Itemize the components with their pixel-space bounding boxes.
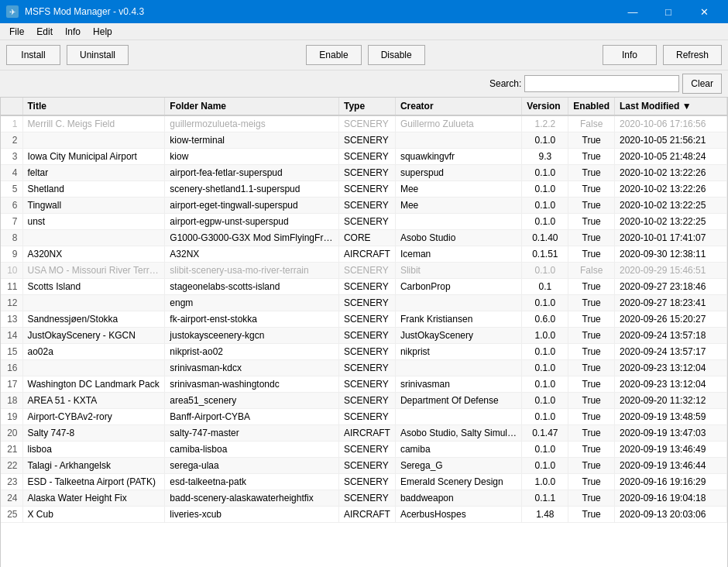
table-cell: 1.2.2 xyxy=(522,115,568,132)
table-cell: 0.1.0 xyxy=(522,295,568,311)
table-cell: srinivasman-washingtondc xyxy=(165,376,339,393)
table-row[interactable]: 17Washington DC Landmark Packsrinivasman… xyxy=(1,376,727,393)
table-cell: 0.1.0 xyxy=(522,263,568,279)
table-row[interactable]: 13Sandnessjøen/Stokkafk-airport-enst-sto… xyxy=(1,311,727,328)
table-cell: True xyxy=(568,328,615,344)
table-cell: Tingwall xyxy=(22,198,165,214)
table-cell: Asobo Studio xyxy=(395,230,521,246)
table-cell: Sandnessjøen/Stokka xyxy=(22,311,165,328)
table-cell: Talagi - Arkhangelsk xyxy=(22,458,165,474)
table-cell xyxy=(22,230,165,246)
table-row[interactable]: 1Merrill C. Meigs Fieldguillermozulueta-… xyxy=(1,115,727,132)
menu-info[interactable]: Info xyxy=(59,25,87,39)
table-row[interactable]: 23ESD - Talkeetna Airport (PATK)esd-talk… xyxy=(1,474,727,490)
table-cell: feltar xyxy=(22,165,165,181)
table-cell: 0.1.40 xyxy=(522,230,568,246)
col-header-num xyxy=(1,98,22,115)
table-row[interactable]: 2kiow-terminalSCENERY0.1.0True2020-10-05… xyxy=(1,132,727,149)
table-cell: A32NX xyxy=(165,246,339,263)
table-row[interactable]: 11Scotts Islandstageonelabs-scotts-islan… xyxy=(1,279,727,295)
menu-bar: File Edit Info Help xyxy=(0,23,728,40)
table-cell: esd-talkeetna-patk xyxy=(165,474,339,490)
table-cell: True xyxy=(568,165,615,181)
table-cell: srinivasman-kdcx xyxy=(165,360,339,376)
menu-file[interactable]: File xyxy=(3,25,30,39)
table-cell: 2020-09-16 19:04:18 xyxy=(615,490,727,507)
table-cell: 2020-10-02 13:22:25 xyxy=(615,198,727,214)
table-row[interactable]: 9A320NXA32NXAIRCRAFTIceman0.1.51True2020… xyxy=(1,246,727,263)
table-row[interactable]: 4feltarairport-fea-fetlar-superspudSCENE… xyxy=(1,165,727,181)
table-row[interactable]: 14JustOkayScenery - KGCNjustokaysceenery… xyxy=(1,328,727,344)
clear-button[interactable]: Clear xyxy=(682,74,722,94)
info-button[interactable]: Info xyxy=(603,45,657,65)
table-cell: 2020-09-16 19:16:29 xyxy=(615,474,727,490)
table-row[interactable]: 6Tingwallairport-eget-tingwall-superspud… xyxy=(1,198,727,214)
table-row[interactable]: 21lisboacamiba-lisboaSCENERYcamiba0.1.0T… xyxy=(1,442,727,458)
install-button[interactable]: Install xyxy=(6,45,60,65)
table-cell: A320NX xyxy=(22,246,165,263)
table-cell: 0.1.1 xyxy=(522,490,568,507)
table-row[interactable]: 5Shetlandscenery-shetland1.1-superspudSC… xyxy=(1,181,727,198)
close-button[interactable]: ✕ xyxy=(686,0,722,23)
table-cell: Guillermo Zulueta xyxy=(395,115,521,132)
table-cell: ESD - Talkeetna Airport (PATK) xyxy=(22,474,165,490)
table-cell: False xyxy=(568,115,615,132)
table-row[interactable]: 22Talagi - Arkhangelskserega-ulaaSCENERY… xyxy=(1,458,727,474)
disable-button[interactable]: Disable xyxy=(368,45,425,65)
table-cell: liveries-xcub xyxy=(165,507,339,523)
table-row[interactable]: 20Salty 747-8salty-747-masterAIRCRAFTAso… xyxy=(1,425,727,442)
table-cell: True xyxy=(568,230,615,246)
maximize-button[interactable]: □ xyxy=(651,0,686,23)
table-cell: SCENERY xyxy=(338,409,395,425)
mod-list-container[interactable]: Title Folder Name Type Creator Version E… xyxy=(0,98,728,567)
minimize-button[interactable]: — xyxy=(615,0,651,23)
col-header-type[interactable]: Type xyxy=(338,98,395,115)
table-cell: 1.0.0 xyxy=(522,474,568,490)
table-cell: SCENERY xyxy=(338,132,395,149)
col-header-enabled[interactable]: Enabled xyxy=(568,98,615,115)
table-cell: True xyxy=(568,246,615,263)
table-cell: CarbonProp xyxy=(395,279,521,295)
table-cell: 24 xyxy=(1,490,22,507)
col-header-title[interactable]: Title xyxy=(22,98,165,115)
table-cell: True xyxy=(568,490,615,507)
menu-edit[interactable]: Edit xyxy=(30,25,59,39)
table-row[interactable]: 18AREA 51 - KXTAarea51_scenerySCENERYDep… xyxy=(1,393,727,409)
menu-help[interactable]: Help xyxy=(87,25,118,39)
table-cell: camiba-lisboa xyxy=(165,442,339,458)
table-header-row: Title Folder Name Type Creator Version E… xyxy=(1,98,727,115)
table-cell: SCENERY xyxy=(338,198,395,214)
table-row[interactable]: 19Airport-CYBAv2-roryBanff-Airport-CYBAS… xyxy=(1,409,727,425)
table-row[interactable]: 15ao02anikprist-ao02SCENERYnikprist0.1.0… xyxy=(1,344,727,360)
table-cell: guillermozulueta-meigs xyxy=(165,115,339,132)
table-cell: Washington DC Landmark Pack xyxy=(22,376,165,393)
table-row[interactable]: 10USA MO - Missouri River Terrain Fixsli… xyxy=(1,263,727,279)
table-cell: 2020-09-30 12:38:11 xyxy=(615,246,727,263)
table-cell: 0.1.0 xyxy=(522,165,568,181)
table-row[interactable]: 3Iowa City Municipal AirportkiowSCENERYs… xyxy=(1,149,727,165)
table-row[interactable]: 24Alaska Water Height Fixbadd-scenery-al… xyxy=(1,490,727,507)
table-row[interactable]: 25X Cubliveries-xcubAIRCRAFTAcerbusHospe… xyxy=(1,507,727,523)
table-cell: Banff-Airport-CYBA xyxy=(165,409,339,425)
col-header-creator[interactable]: Creator xyxy=(395,98,521,115)
table-row[interactable]: 8G1000-G3000-G3X Mod SimFlyingFriends 0.… xyxy=(1,230,727,246)
col-header-folder[interactable]: Folder Name xyxy=(165,98,339,115)
table-cell: 0.1.0 xyxy=(522,393,568,409)
table-row[interactable]: 12engmSCENERY0.1.0True2020-09-27 18:23:4… xyxy=(1,295,727,311)
table-cell: 21 xyxy=(1,442,22,458)
table-cell: SCENERY xyxy=(338,360,395,376)
search-input[interactable] xyxy=(524,75,679,92)
window-controls: — □ ✕ xyxy=(615,0,722,23)
table-cell xyxy=(395,295,521,311)
table-cell: 6 xyxy=(1,198,22,214)
table-cell: airport-eget-tingwall-superspud xyxy=(165,198,339,214)
uninstall-button[interactable]: Uninstall xyxy=(67,45,129,65)
refresh-button[interactable]: Refresh xyxy=(663,45,722,65)
col-header-modified[interactable]: Last Modified ▼ xyxy=(615,98,727,115)
enable-button[interactable]: Enable xyxy=(306,45,361,65)
table-row[interactable]: 7unstairport-egpw-unst-superspudSCENERY0… xyxy=(1,214,727,230)
table-cell: Airport-CYBAv2-rory xyxy=(22,409,165,425)
table-row[interactable]: 16srinivasman-kdcxSCENERY0.1.0True2020-0… xyxy=(1,360,727,376)
table-cell: 10 xyxy=(1,263,22,279)
col-header-version[interactable]: Version xyxy=(522,98,568,115)
